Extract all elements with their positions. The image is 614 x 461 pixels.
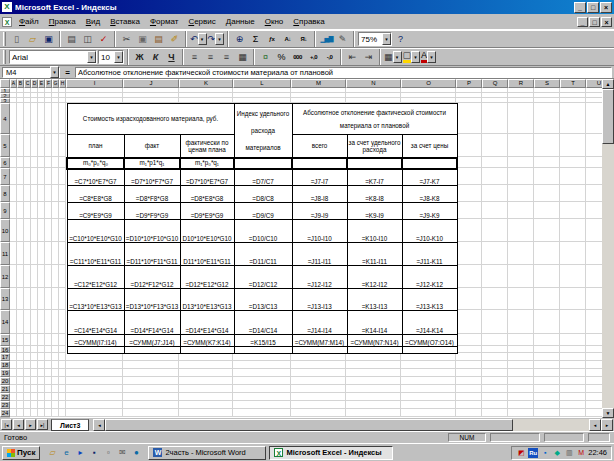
row-header-18[interactable]: 18: [0, 361, 10, 369]
row-header-9[interactable]: 9: [0, 202, 10, 219]
cell-K7[interactable]: =D7*10*E7*G7: [180, 169, 234, 186]
menu-insert[interactable]: Вставка: [105, 16, 145, 27]
cell-L6[interactable]: [234, 158, 292, 169]
cell-J14[interactable]: =D14*F14*G14: [124, 311, 180, 335]
cell-N7[interactable]: =K7-I7: [347, 169, 402, 186]
col-header-H[interactable]: H: [59, 79, 66, 88]
media-player-icon[interactable]: ▸: [74, 447, 86, 459]
cell-N14[interactable]: =K14-I14: [347, 311, 402, 335]
restore-button[interactable]: □: [587, 2, 599, 13]
cell-J16[interactable]: [124, 347, 180, 354]
new-document-button[interactable]: ▯: [9, 31, 24, 47]
row-header-8[interactable]: 8: [0, 185, 10, 202]
scroll-right-button[interactable]: ▸: [601, 419, 613, 431]
print-button[interactable]: ▤: [64, 31, 79, 47]
row-header-5[interactable]: 5: [0, 134, 10, 157]
menu-window[interactable]: Окно: [260, 16, 289, 27]
menu-format[interactable]: Формат: [145, 16, 183, 27]
cell-N13[interactable]: =K13-I13: [347, 289, 402, 311]
sort-ascending-button[interactable]: А↓: [280, 31, 295, 47]
cell-O6[interactable]: [402, 158, 457, 169]
italic-button[interactable]: К: [148, 49, 163, 65]
fill-color-button-dropdown-arrow[interactable]: ▾: [411, 51, 420, 63]
col-header-T[interactable]: T: [560, 79, 586, 88]
font-size-select[interactable]: 10▾: [98, 50, 124, 64]
cell-K13[interactable]: D13*10*E13*G13: [180, 289, 234, 311]
open-button[interactable]: ▱: [25, 31, 40, 47]
row-header-7[interactable]: 7: [0, 168, 10, 185]
cell-K6[interactable]: m₁*p₀*q₁: [180, 158, 234, 169]
cell-M16[interactable]: [292, 347, 347, 354]
cell-M12[interactable]: =J12-I12: [292, 266, 347, 289]
row-header-14[interactable]: 14: [0, 310, 10, 334]
format-painter-button[interactable]: ✐: [167, 31, 182, 47]
last-sheet-button[interactable]: ▸|: [37, 419, 48, 430]
antivirus-icon[interactable]: M: [576, 448, 586, 458]
font-color-button[interactable]: А▾: [421, 49, 436, 65]
cell-J15[interactable]: =СУММ(J7:J14): [124, 335, 180, 347]
col-header-P[interactable]: P: [456, 79, 482, 88]
next-sheet-button[interactable]: ▸: [25, 419, 36, 430]
fill-color-button[interactable]: ▢▾: [403, 49, 421, 65]
network-icon[interactable]: ▫: [102, 447, 114, 459]
cell-K11[interactable]: D11*10*E11*G11: [180, 243, 234, 266]
shield-icon[interactable]: ◆: [552, 448, 562, 458]
cell-O14[interactable]: =J14-K14: [402, 311, 457, 335]
cell-O9[interactable]: =J9-K9: [402, 203, 457, 220]
spelling-button[interactable]: ✓: [96, 31, 111, 47]
decrease-indent-button[interactable]: ⇤: [345, 49, 360, 65]
mail-icon[interactable]: ✉: [116, 447, 128, 459]
col-header-Q[interactable]: Q: [482, 79, 508, 88]
col-header-A[interactable]: A: [10, 79, 17, 88]
scheduler-icon[interactable]: ◩: [516, 448, 526, 458]
edit-formula-button[interactable]: =: [62, 68, 73, 77]
cell-I14[interactable]: =C14*E14*G14: [67, 311, 124, 335]
cell-M10[interactable]: =J10-I10: [292, 220, 347, 243]
cell-I7[interactable]: =C7*10*E7*G7: [67, 169, 124, 186]
cell-M6[interactable]: [292, 158, 347, 169]
row-header-22[interactable]: 22: [0, 393, 10, 401]
col-header-D[interactable]: D: [31, 79, 38, 88]
cell-M5[interactable]: всего: [292, 135, 347, 158]
workbook-restore-button[interactable]: □: [589, 17, 600, 27]
comma-style-button[interactable]: 000: [290, 49, 305, 65]
row-header-11[interactable]: 11: [0, 242, 10, 265]
increase-decimal-button[interactable]: +,0: [306, 49, 321, 65]
col-header-R[interactable]: R: [508, 79, 534, 88]
cell-K14[interactable]: =D14*E14*G14: [180, 311, 234, 335]
task-excel[interactable]: XMicrosoft Excel - Индексы: [269, 446, 393, 460]
col-header-O[interactable]: O: [401, 79, 456, 88]
cell-I12[interactable]: =C12*E12*G12: [67, 266, 124, 289]
desktop-shortcut-icon[interactable]: ▱: [46, 447, 58, 459]
underline-button[interactable]: Ч: [164, 49, 179, 65]
menu-edit[interactable]: Правка: [44, 16, 81, 27]
horizontal-scroll-thumb[interactable]: [105, 419, 513, 431]
print-preview-button[interactable]: ◫: [80, 31, 95, 47]
cell-J6[interactable]: m₁*p1*q₁: [124, 158, 180, 169]
cell-I9[interactable]: =C9*E9*G9: [67, 203, 124, 220]
cell-O11[interactable]: =J11-K11: [402, 243, 457, 266]
cut-button[interactable]: ✂: [119, 31, 134, 47]
align-left-button[interactable]: ≡: [187, 49, 202, 65]
floppy-icon[interactable]: ▪: [88, 447, 100, 459]
cell-N11[interactable]: =K11-I11: [347, 243, 402, 266]
cell-N8[interactable]: =K8-I8: [347, 186, 402, 203]
cell-I10[interactable]: =C10*10*E10*G10: [67, 220, 124, 243]
cell-M14[interactable]: =J14-I14: [292, 311, 347, 335]
col-header-B[interactable]: B: [17, 79, 24, 88]
align-right-button[interactable]: ≡: [219, 49, 234, 65]
cell-I4[interactable]: Стоимость израсходованного материала, ру…: [67, 104, 234, 135]
cell-N9[interactable]: =K9-I9: [347, 203, 402, 220]
cell-K5[interactable]: фактически по ценам плана: [180, 135, 234, 158]
cell-O10[interactable]: =J10-K10: [402, 220, 457, 243]
vertical-scroll-thumb[interactable]: [602, 89, 614, 144]
language-indicator[interactable]: Ru: [528, 448, 538, 458]
cell-N5[interactable]: за счет удельного расхода: [347, 135, 402, 158]
increase-indent-button[interactable]: ⇥: [361, 49, 376, 65]
scroll-left-button-2[interactable]: ◂: [589, 419, 601, 431]
redo-button-dropdown-arrow[interactable]: ▾: [215, 33, 224, 45]
save-button[interactable]: ▣: [41, 31, 56, 47]
borders-button-dropdown-arrow[interactable]: ▾: [393, 51, 402, 63]
cells-area[interactable]: Стоимость израсходованного материала, ру…: [10, 88, 612, 418]
borders-button[interactable]: ▦▾: [384, 49, 402, 65]
